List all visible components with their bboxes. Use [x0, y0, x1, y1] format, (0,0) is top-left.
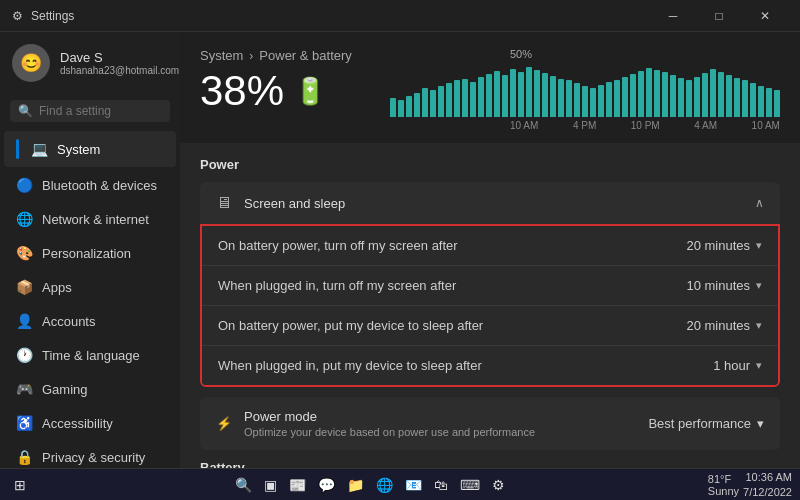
weather-condition: Sunny: [708, 485, 739, 497]
dropdown-arrow-1: ▾: [756, 239, 762, 252]
chart-bar: [734, 78, 740, 117]
user-email: dshanaha23@hotmail.com: [60, 65, 179, 76]
chart-bar: [654, 70, 660, 117]
chart-bar: [558, 79, 564, 117]
start-button[interactable]: ⊞: [8, 474, 32, 496]
chart-bar: [478, 77, 484, 117]
active-indicator: [16, 139, 19, 159]
taskview-icon[interactable]: ▣: [260, 475, 281, 495]
chart-bar: [590, 88, 596, 117]
screen-sleep-rows: On battery power, turn off my screen aft…: [200, 224, 780, 387]
minimize-button[interactable]: ─: [650, 0, 696, 32]
sidebar-item-time[interactable]: 🕐 Time & language: [4, 339, 176, 371]
chart-bar: [750, 83, 756, 117]
chat-icon[interactable]: 💬: [314, 475, 339, 495]
time-label-4: 4 AM: [694, 120, 717, 131]
table-row: When plugged in, turn off my screen afte…: [202, 265, 778, 305]
sidebar-item-privacy[interactable]: 🔒 Privacy & security: [4, 441, 176, 468]
search-input[interactable]: [39, 104, 162, 118]
chart-bar: [486, 74, 492, 117]
chart-bar: [614, 80, 620, 118]
titlebar: ⚙ Settings ─ □ ✕: [0, 0, 800, 32]
chart-bar: [526, 67, 532, 117]
battery-percent-value: 38%: [200, 67, 284, 115]
screen-sleep-chevron: ∧: [755, 196, 764, 210]
row-value-1[interactable]: 20 minutes ▾: [686, 238, 762, 253]
taskbar-right: 81°F Sunny 10:36 AM 7/12/2022: [708, 470, 792, 499]
sidebar-item-network[interactable]: 🌐 Network & internet: [4, 203, 176, 235]
screen-sleep-header[interactable]: 🖥 Screen and sleep ∧: [200, 182, 780, 224]
sidebar-item-label: Apps: [42, 280, 72, 295]
close-button[interactable]: ✕: [742, 0, 788, 32]
chart-bar: [542, 73, 548, 117]
gaming-icon: 🎮: [16, 381, 32, 397]
power-mode-title: Power mode: [244, 409, 535, 424]
row-value-4[interactable]: 1 hour ▾: [713, 358, 762, 373]
sidebar-item-accessibility[interactable]: ♿ Accessibility: [4, 407, 176, 439]
bluetooth-icon: 🔵: [16, 177, 32, 193]
titlebar-title: Settings: [31, 9, 74, 23]
time-label-2: 4 PM: [573, 120, 596, 131]
sidebar-item-personalization[interactable]: 🎨 Personalization: [4, 237, 176, 269]
store-icon[interactable]: 🛍: [430, 475, 452, 495]
widgets-icon[interactable]: 📰: [285, 475, 310, 495]
power-mode-icon: ⚡: [216, 416, 232, 431]
chart-bar: [550, 76, 556, 117]
explorer-icon[interactable]: 📁: [343, 475, 368, 495]
chart-bar: [662, 72, 668, 117]
power-mode-left: ⚡ Power mode Optimize your device based …: [216, 409, 535, 438]
app-body: 😊 Dave S dshanaha23@hotmail.com 🔍 💻 Syst…: [0, 32, 800, 468]
sidebar-item-label: Accounts: [42, 314, 95, 329]
sidebar-item-label: Bluetooth & devices: [42, 178, 157, 193]
sidebar-item-accounts[interactable]: 👤 Accounts: [4, 305, 176, 337]
clock: 10:36 AM 7/12/2022: [743, 470, 792, 499]
sidebar-item-system[interactable]: 💻 System: [4, 131, 176, 167]
power-section-title: Power: [200, 157, 780, 172]
user-name: Dave S: [60, 50, 179, 65]
chart-bar: [630, 74, 636, 117]
sidebar-item-bluetooth[interactable]: 🔵 Bluetooth & devices: [4, 169, 176, 201]
chart-bar: [766, 88, 772, 117]
titlebar-left: ⚙ Settings: [12, 9, 74, 23]
sidebar-item-apps[interactable]: 📦 Apps: [4, 271, 176, 303]
search-taskbar-icon[interactable]: 🔍: [231, 475, 256, 495]
chart-bar: [502, 75, 508, 117]
battery-chart-area: 50% 10 AM 4 PM 10 PM 4 AM 10 AM: [510, 48, 780, 131]
power-mode-value[interactable]: Best performance ▾: [648, 416, 764, 431]
clock-date: 7/12/2022: [743, 485, 792, 499]
dropdown-arrow-4: ▾: [756, 359, 762, 372]
chart-bar: [414, 93, 420, 117]
power-mode-row: ⚡ Power mode Optimize your device based …: [200, 397, 780, 450]
chart-bar: [622, 77, 628, 117]
avatar: 😊: [12, 44, 50, 82]
chart-bar: [390, 98, 396, 117]
weather-temp: 81°F: [708, 473, 739, 485]
chart-bar: [686, 80, 692, 117]
chart-bar: [454, 80, 460, 117]
time-label-1: 10 AM: [510, 120, 538, 131]
user-profile[interactable]: 😊 Dave S dshanaha23@hotmail.com: [0, 32, 180, 94]
row-value-3[interactable]: 20 minutes ▾: [686, 318, 762, 333]
settings-icon: ⚙: [12, 9, 23, 23]
terminal-icon[interactable]: ⌨: [456, 475, 484, 495]
chart-time-labels: 10 AM 4 PM 10 PM 4 AM 10 AM: [510, 120, 780, 131]
chart-bar: [726, 75, 732, 117]
edge-icon[interactable]: 🌐: [372, 475, 397, 495]
chart-bar: [462, 79, 468, 117]
sidebar-item-label: Accessibility: [42, 416, 113, 431]
maximize-button[interactable]: □: [696, 0, 742, 32]
search-box[interactable]: 🔍: [10, 100, 170, 122]
mail-icon[interactable]: 📧: [401, 475, 426, 495]
settings-taskbar-icon[interactable]: ⚙: [488, 475, 509, 495]
system-icon: 💻: [31, 141, 47, 157]
breadcrumb-arrow: ›: [249, 49, 253, 63]
chart-bar: [446, 83, 452, 117]
row-value-2[interactable]: 10 minutes ▾: [686, 278, 762, 293]
row-label-4: When plugged in, put my device to sleep …: [218, 358, 482, 373]
chart-bar: [438, 86, 444, 117]
sidebar-item-gaming[interactable]: 🎮 Gaming: [4, 373, 176, 405]
chart-bar: [534, 70, 540, 117]
header-left: System › Power & battery 38% 🔋: [200, 48, 352, 115]
chart-bar: [702, 73, 708, 117]
time-label-3: 10 PM: [631, 120, 660, 131]
